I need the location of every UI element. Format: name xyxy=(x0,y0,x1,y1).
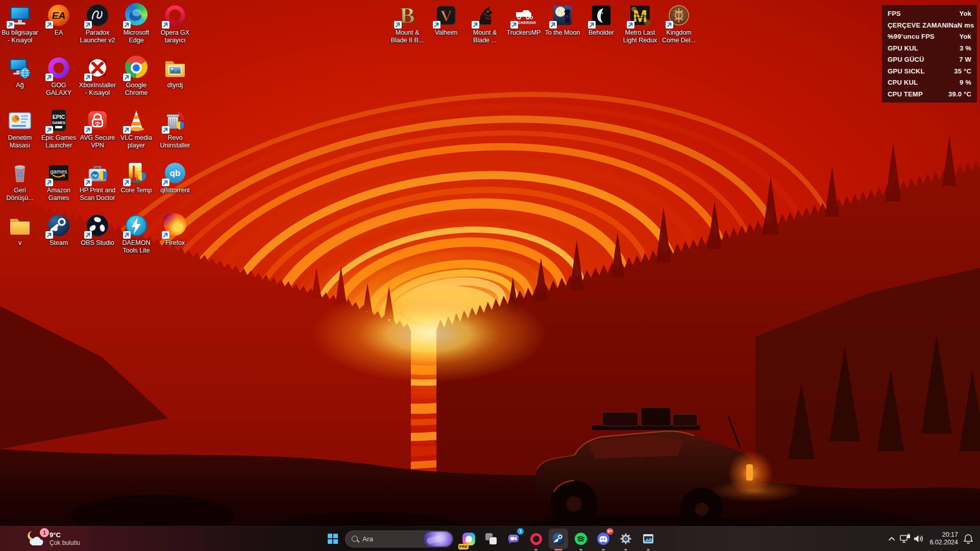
desktop-icon-metro-last-light-redux[interactable]: M Metro Last Light Redux xyxy=(620,1,660,44)
desktop-icon-vlc-media-player[interactable]: VLC media player xyxy=(116,106,156,149)
desktop-icon-label: DAEMON Tools Lite xyxy=(116,239,156,255)
desktop-icon-hp-print-and-scan-doctor[interactable]: hp HP Print and Scan Doctor xyxy=(78,159,117,202)
kingdom-come-icon xyxy=(667,3,691,28)
shortcut-arrow-icon xyxy=(45,179,53,186)
desktop-icon-qbittorrent[interactable]: qb qBittorrent xyxy=(155,159,195,194)
perf-row-gpu-kul: GPU KUL 3 % xyxy=(888,44,971,52)
desktop-icon-avg-secure-vpn[interactable]: AVG Secure VPN xyxy=(78,106,117,149)
desktop-icon-obs-studio[interactable]: OBS Studio xyxy=(78,211,117,247)
taskbar-app-settings[interactable] xyxy=(615,527,637,551)
desktop-icon-epic-games-launcher[interactable]: EPIC GAMES Epic Games Launcher xyxy=(39,106,79,149)
desktop-icon-gog-galaxy[interactable]: GOG GALAXY xyxy=(39,54,79,97)
desktop-icon-label: Paradox Launcher v2 xyxy=(78,29,117,44)
desktop-icon-label: TruckersMP xyxy=(504,29,544,37)
perf-label: CPU TEMP xyxy=(888,90,923,98)
perf-row-gpu-sickl: GPU SICKL 35 °C xyxy=(888,67,971,75)
desktop-icon-dtyrdj[interactable]: dtyrdj xyxy=(155,54,195,89)
taskbar-app-discord[interactable]: 9+ xyxy=(592,527,615,551)
taskbar-badge: 1 xyxy=(517,528,524,535)
taskbar-app-copilot[interactable]: PRE xyxy=(457,527,480,551)
svg-text:games: games xyxy=(50,168,67,174)
avg-vpn-icon xyxy=(85,108,110,133)
desktop-icon-label: Opera GX tarayıcı xyxy=(155,29,195,44)
shortcut-arrow-icon xyxy=(123,73,131,81)
svg-text:B: B xyxy=(400,3,414,28)
shortcut-arrow-icon xyxy=(45,231,53,239)
desktop-icon-kingdom-come-del[interactable]: Kingdom Come Del... xyxy=(659,1,699,44)
widgets-badge: 1 xyxy=(40,528,49,537)
perf-value: Yok xyxy=(960,33,971,40)
volume-icon[interactable] xyxy=(912,527,925,551)
weather-temperature: 9°C xyxy=(50,531,80,539)
desktop-icon-label: Revo Uninstaller xyxy=(155,134,195,149)
desktop-icon-label: Metro Last Light Redux xyxy=(620,29,660,44)
desktop-icon-core-temp[interactable]: Core Temp xyxy=(116,159,156,194)
desktop-icon-to-the-moon[interactable]: To the Moon xyxy=(543,1,582,37)
shortcut-arrow-icon xyxy=(162,126,169,134)
desktop-icon-label: Mount & Blade ... xyxy=(465,29,505,44)
shortcut-arrow-icon xyxy=(510,21,518,29)
desktop-icon-denetim-masas[interactable]: Denetim Masası xyxy=(0,106,40,149)
desktop-icon-label: qBittorrent xyxy=(155,187,195,194)
weather-condition: Çok bulutlu xyxy=(50,539,80,547)
perf-row-99-uncu-fps: %99’uncu FPS Yok xyxy=(888,33,971,40)
search-box[interactable]: Ara xyxy=(345,531,453,547)
taskbar-app-opera-gx[interactable] xyxy=(525,527,547,551)
shortcut-arrow-icon xyxy=(45,21,53,29)
svg-text:hp: hp xyxy=(92,173,97,178)
network-icon xyxy=(8,56,32,80)
perf-value: Yok xyxy=(960,10,971,17)
desktop-icon-grid: Bu bilgisayar - Kısayol Ağ Denetim Masas… xyxy=(0,0,980,551)
shortcut-arrow-icon xyxy=(45,73,53,81)
desktop-icon-google-chrome[interactable]: Google Chrome xyxy=(116,54,156,97)
desktop-icon-bu-bilgisayar-k-sayol[interactable]: Bu bilgisayar - Kısayol xyxy=(0,1,40,44)
performance-overlay: FPS Yok ÇERÇEVE ZAMANI NaN ms %99’uncu F… xyxy=(882,5,977,103)
desktop-icon-opera-gx-taray-c[interactable]: Opera GX tarayıcı xyxy=(155,1,195,44)
desktop-icon-label: v xyxy=(0,239,40,247)
perf-label: %99’uncu FPS xyxy=(888,33,935,40)
desktop-icon-daemon-tools-lite[interactable]: DAEMON Tools Lite xyxy=(116,211,156,255)
moon-cloud-icon: 1 xyxy=(27,530,45,548)
search-placeholder: Ara xyxy=(362,535,424,543)
taskbar-app-steam[interactable] xyxy=(547,527,570,551)
taskbar-app-spotify[interactable] xyxy=(570,527,592,551)
desktop-icon-mount-blade[interactable]: Mount & Blade ... xyxy=(465,1,505,44)
taskbar-badge: 9+ xyxy=(606,528,614,535)
taskbar-app-task-view[interactable] xyxy=(480,527,502,551)
desktop-icon-beholder[interactable]: Beholder xyxy=(581,1,621,37)
desktop-icon-label: GOG GALAXY xyxy=(39,82,79,97)
mount-blade-2-icon: B xyxy=(395,3,420,28)
desktop-icon-ea[interactable]: EA EA xyxy=(39,1,79,37)
desktop-icon-a[interactable]: Ağ xyxy=(0,54,40,89)
desktop-icon-amazon-games[interactable]: games Amazon Games xyxy=(39,159,79,202)
taskbar-app-task-manager[interactable] xyxy=(637,527,659,551)
widgets-weather-button[interactable]: 1 9°C Çok bulutlu xyxy=(22,527,84,551)
edge-icon xyxy=(124,3,149,28)
taskbar-app-chat[interactable]: 1 xyxy=(502,527,525,551)
start-button[interactable] xyxy=(322,527,344,551)
desktop-icon-valheim[interactable]: V Valheim xyxy=(426,1,466,37)
hidden-icons-chevron[interactable] xyxy=(885,527,898,551)
perf-value: 39.0 °C xyxy=(948,90,971,98)
notifications-bell-icon[interactable] xyxy=(962,527,975,551)
clock[interactable]: 20:17 6.02.2024 xyxy=(929,531,958,546)
desktop-icon-mount-blade-ii-b[interactable]: B Mount & Blade II B... xyxy=(387,1,427,44)
desktop-icon-v[interactable]: v xyxy=(0,211,40,247)
desktop-icon-geri-d-n[interactable]: ♻ Geri Dönüşü... xyxy=(0,159,40,202)
network-icon[interactable] xyxy=(898,527,912,551)
desktop-icon-firefox[interactable]: Firefox xyxy=(155,211,195,247)
amazon-games-icon: games xyxy=(46,161,71,185)
vlc-icon xyxy=(124,108,149,133)
desktop-icon-steam[interactable]: Steam xyxy=(39,211,79,247)
desktop-icon-microsoft-edge[interactable]: Microsoft Edge xyxy=(116,1,156,44)
copilot-icon xyxy=(462,533,475,545)
obs-icon xyxy=(85,213,110,238)
windows-logo-icon xyxy=(328,534,338,544)
svg-text:EPIC: EPIC xyxy=(53,114,65,120)
desktop-icon-xboxinstaller-k-sayol[interactable]: XboxInstaller - Kısayol xyxy=(78,54,117,97)
qbittorrent-icon: qb xyxy=(163,161,187,185)
perf-row-fps: FPS Yok xyxy=(888,10,971,17)
desktop-icon-paradox-launcher-v2[interactable]: Paradox Launcher v2 xyxy=(78,1,117,44)
desktop-icon-revo-uninstaller[interactable]: Revo Uninstaller xyxy=(155,106,195,149)
desktop-icon-truckersmp[interactable]: TRUCKERSMP TruckersMP xyxy=(504,1,544,37)
